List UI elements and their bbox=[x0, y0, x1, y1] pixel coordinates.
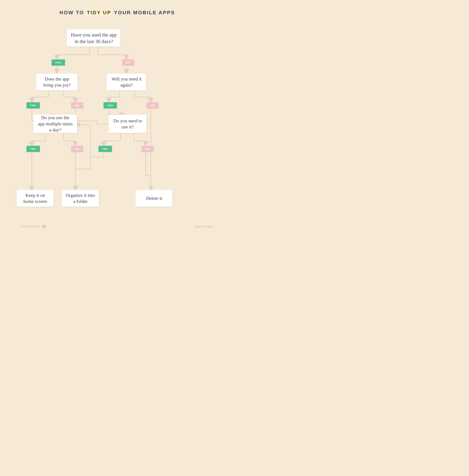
tag-no: NO bbox=[71, 102, 83, 109]
created-by-label: CREATED BY bbox=[22, 225, 41, 228]
tag-no: NO bbox=[71, 146, 83, 152]
question-brings-joy: Does the app bring you joy? bbox=[36, 74, 78, 90]
outcome-keep-home-screen: Keep it on home screen bbox=[17, 190, 54, 207]
brand-logo: fyi bbox=[43, 224, 46, 228]
question-used-30-days: Have you used the app in the last 30 day… bbox=[67, 30, 121, 47]
footer-url: USEFYI.COM bbox=[194, 225, 213, 228]
title-pre: HOW TO bbox=[59, 10, 86, 15]
flowchart-canvas: HOW TO TIDY UP YOUR MOBILE APPS bbox=[0, 0, 234, 238]
tag-yes: YES bbox=[51, 59, 65, 66]
question-need-again: Will you need it again? bbox=[107, 74, 146, 90]
question-need-to-use: Do you need to use it? bbox=[109, 115, 147, 133]
tag-yes: YES bbox=[103, 102, 117, 109]
question-multiple-times-day: Do you use the app multiple times a day? bbox=[34, 115, 77, 133]
outcome-organize-folder: Organize it into a folder bbox=[62, 190, 99, 207]
tag-yes: YES bbox=[99, 146, 112, 152]
tag-no: NO bbox=[122, 59, 134, 66]
footer-credit: CREATED BY fyi bbox=[22, 224, 46, 228]
title-post: YOUR MOBILE APPS bbox=[112, 10, 175, 15]
tag-no: NO bbox=[142, 146, 153, 152]
page-title: HOW TO TIDY UP YOUR MOBILE APPS bbox=[0, 10, 234, 16]
tag-no: NO bbox=[147, 102, 158, 109]
outcome-delete: Delete it bbox=[136, 190, 172, 207]
title-highlight: TIDY UP bbox=[86, 9, 112, 16]
tag-yes: YES bbox=[26, 146, 40, 152]
tag-yes: YES bbox=[26, 102, 40, 109]
